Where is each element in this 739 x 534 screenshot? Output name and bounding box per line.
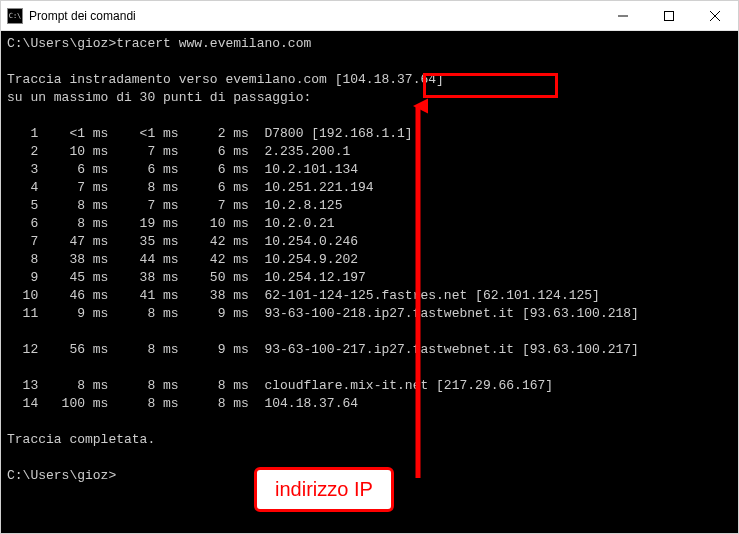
- minimize-icon: [618, 11, 628, 21]
- close-button[interactable]: [692, 1, 738, 30]
- minimize-button[interactable]: [600, 1, 646, 30]
- maximize-icon: [664, 11, 674, 21]
- terminal-area[interactable]: C:\Users\gioz>tracert www.evemilano.com …: [1, 31, 738, 533]
- close-icon: [710, 11, 720, 21]
- svg-rect-1: [665, 11, 674, 20]
- maximize-button[interactable]: [646, 1, 692, 30]
- window-controls: [600, 1, 738, 30]
- annotation-label: indirizzo IP: [254, 467, 394, 512]
- window-title: Prompt dei comandi: [29, 9, 600, 23]
- titlebar[interactable]: C:\ Prompt dei comandi: [1, 1, 738, 31]
- command-prompt-window: C:\ Prompt dei comandi C:\Users\gioz>tra…: [0, 0, 739, 534]
- cmd-icon: C:\: [7, 8, 23, 24]
